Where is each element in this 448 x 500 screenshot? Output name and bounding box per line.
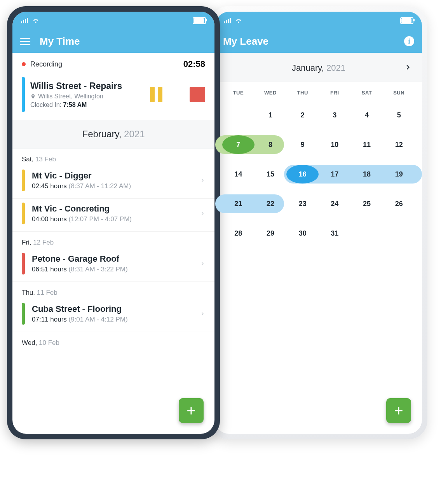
appbar-title: My Time <box>40 35 207 47</box>
battery-icon <box>400 17 413 24</box>
time-entry[interactable]: Petone - Garage Roof 06:51 hours (8:31 A… <box>12 249 214 282</box>
phone-light: My Leave i January, 2021 TUEWEDTHUFRISAT… <box>210 6 427 439</box>
signal-icon <box>224 18 231 23</box>
wifi-icon <box>235 17 242 24</box>
signal-icon <box>21 18 28 23</box>
day-date: 10 Feb <box>39 339 59 346</box>
calendar-month: January, <box>292 63 324 73</box>
location-icon <box>30 94 36 99</box>
entry-title: Petone - Garage Roof <box>32 254 193 264</box>
entry-color-bar <box>22 203 25 224</box>
calendar-day[interactable]: 19 <box>383 165 415 184</box>
calendar-day[interactable]: 11 <box>351 135 383 154</box>
chevron-right-icon <box>200 210 205 218</box>
calendar-day[interactable]: 22 <box>255 194 287 213</box>
entry-hours: 07:11 hours <box>32 316 67 323</box>
add-time-fab[interactable]: + <box>179 398 204 423</box>
calendar-day[interactable]: 7 <box>222 135 255 154</box>
month-header: February, 2021 <box>12 120 214 149</box>
clocked-in-label: Clocked In: <box>30 101 61 108</box>
calendar-day <box>383 224 415 243</box>
day-dow: Sat, <box>22 156 35 163</box>
calendar-day[interactable]: 21 <box>222 194 255 213</box>
time-entry[interactable]: Mt Vic - Digger 02:45 hours (8:37 AM - 1… <box>12 166 214 199</box>
calendar-day[interactable]: 12 <box>383 135 415 154</box>
time-entry[interactable]: Cuba Street - Flooring 07:11 hours (9:01… <box>12 299 214 332</box>
screen-time: My Time Recording 02:58 Willis Street - … <box>12 12 214 434</box>
calendar-day[interactable]: 24 <box>319 194 351 213</box>
calendar-day[interactable]: 3 <box>319 106 351 124</box>
day-dow: Wed, <box>22 339 39 346</box>
calendar-day[interactable]: 23 <box>286 194 319 213</box>
calendar-day[interactable]: 5 <box>383 106 415 124</box>
calendar-day[interactable]: 9 <box>286 135 319 154</box>
calendar-grid[interactable]: 1234578910111214151617181921222324252628… <box>215 99 422 252</box>
day-label: Thu, 11 Feb <box>12 282 214 299</box>
calendar-year: 2021 <box>326 63 345 73</box>
calendar-day[interactable]: 31 <box>319 224 351 243</box>
calendar-day[interactable]: 15 <box>255 165 287 184</box>
add-leave-fab[interactable]: + <box>386 398 411 423</box>
pause-button[interactable] <box>148 84 165 105</box>
entry-range: (9:01 AM - 4:12 PM) <box>69 316 128 323</box>
day-dow: Fri, <box>22 239 33 246</box>
day-dow: Thu, <box>22 289 37 296</box>
calendar-day[interactable]: 10 <box>319 135 351 154</box>
entry-hours: 04:00 hours <box>32 215 67 223</box>
calendar-day[interactable]: 28 <box>222 224 255 243</box>
stop-button[interactable] <box>190 87 205 102</box>
recording-elapsed: 02:58 <box>183 59 205 69</box>
calendar-day[interactable]: 29 <box>255 224 287 243</box>
calendar-month-header: January, 2021 <box>215 53 422 82</box>
screen-leave: My Leave i January, 2021 TUEWEDTHUFRISAT… <box>215 12 422 434</box>
month-name: February, <box>82 129 122 139</box>
appbar-leave: My Leave i <box>215 30 422 53</box>
entry-range: (8:37 AM - 11:22 AM) <box>69 182 131 190</box>
entry-range: (12:07 PM - 4:07 PM) <box>69 215 132 223</box>
dow-label: WED <box>255 90 287 96</box>
next-month-button[interactable] <box>405 64 412 72</box>
wifi-icon <box>32 17 40 24</box>
time-entry[interactable]: Mt Vic - Concreting 04:00 hours (12:07 P… <box>12 199 214 232</box>
chevron-right-icon <box>200 260 205 268</box>
calendar-day[interactable]: 26 <box>383 194 415 213</box>
calendar-dow-row: TUEWEDTHUFRISATSUN <box>215 82 422 99</box>
time-entries-list: Sat, 13 Feb Mt Vic - Digger 02:45 hours … <box>12 149 214 349</box>
calendar-day[interactable]: 4 <box>351 106 383 124</box>
entry-title: Mt Vic - Digger <box>32 171 193 181</box>
day-date: 13 Feb <box>35 156 56 163</box>
calendar-day[interactable]: 2 <box>286 106 319 124</box>
entry-title: Mt Vic - Concreting <box>32 204 193 214</box>
battery-icon <box>193 17 206 24</box>
menu-icon[interactable] <box>20 38 30 45</box>
calendar-day[interactable]: 25 <box>351 194 383 213</box>
entry-range: (8:31 AM - 3:22 PM) <box>69 266 128 273</box>
calendar-day[interactable]: 1 <box>255 106 287 124</box>
clocked-in-time: 7:58 AM <box>63 101 87 108</box>
calendar-day[interactable]: 18 <box>351 165 383 184</box>
chevron-right-icon <box>200 310 205 318</box>
appbar-title: My Leave <box>223 35 395 47</box>
entry-color-bar <box>22 170 25 191</box>
info-icon[interactable]: i <box>404 36 414 46</box>
calendar-day[interactable]: 16 <box>286 165 319 184</box>
dow-label: SUN <box>383 90 415 96</box>
active-job-card: Willis Street - Repairs Willis Street, W… <box>12 73 214 120</box>
calendar-day[interactable]: 30 <box>286 224 319 243</box>
day-date: 11 Feb <box>37 289 58 296</box>
calendar-day[interactable]: 17 <box>319 165 351 184</box>
active-job-location: Willis Street, Wellington <box>38 93 103 100</box>
calendar-day[interactable]: 14 <box>222 165 255 184</box>
entry-color-bar <box>22 303 25 325</box>
entry-hours: 06:51 hours <box>32 266 67 273</box>
day-label: Wed, 10 Feb <box>12 332 214 349</box>
dow-label: THU <box>286 90 319 96</box>
entry-title: Cuba Street - Flooring <box>32 304 193 314</box>
calendar-day[interactable]: 8 <box>255 135 287 154</box>
day-date: 12 Feb <box>33 239 54 246</box>
dow-label: SAT <box>351 90 383 96</box>
entry-color-bar <box>22 253 25 274</box>
day-label: Sat, 13 Feb <box>12 149 214 166</box>
statusbar <box>12 12 214 30</box>
dow-label: TUE <box>222 90 255 96</box>
